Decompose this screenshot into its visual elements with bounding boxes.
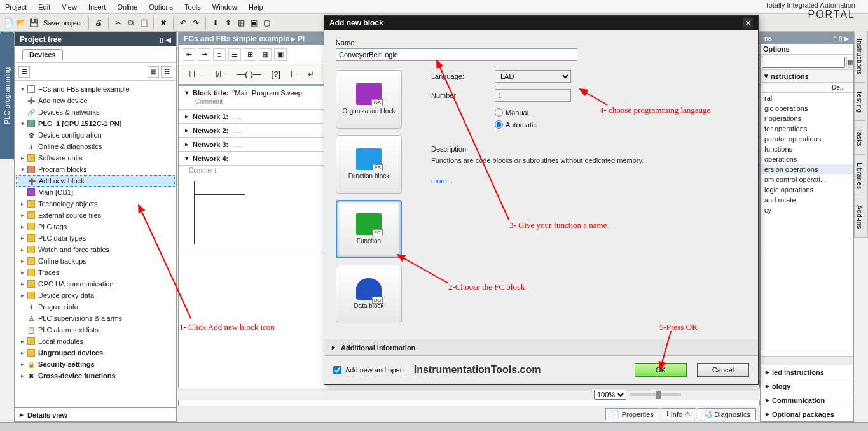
block-name-input[interactable] bbox=[336, 48, 577, 61]
instr-item[interactable]: r operations bbox=[761, 113, 853, 124]
tree-plc[interactable]: ▾PLC_1 [CPU 1512C-1 PN] bbox=[16, 118, 175, 129]
additional-info-section[interactable]: ▸Additional information bbox=[324, 339, 758, 356]
technology-section[interactable]: ▸ology bbox=[761, 379, 853, 393]
menu-edit[interactable]: Edit bbox=[38, 3, 50, 11]
tab-tasks[interactable]: Tasks bbox=[855, 121, 865, 155]
tree-alarm-lists[interactable]: 📋PLC alarm text lists bbox=[16, 324, 175, 336]
language-select[interactable]: LAD bbox=[495, 70, 571, 83]
tree-program-blocks[interactable]: ▾Program blocks bbox=[16, 164, 175, 175]
branch-close-icon[interactable]: ↵ bbox=[308, 69, 315, 79]
menu-online[interactable]: Online bbox=[117, 3, 137, 11]
diagnostics-tab[interactable]: 🩺Diagnostics bbox=[698, 408, 756, 420]
basic-instructions-section[interactable]: ▾nstructions bbox=[761, 70, 853, 83]
ed-tool-1[interactable]: ⇤ bbox=[183, 48, 195, 61]
rp-ic1[interactable]: ▯ bbox=[833, 35, 837, 42]
block-chev-icon[interactable]: ▾ bbox=[185, 88, 189, 97]
tree-root[interactable]: ▾FCs and FBs simple example bbox=[16, 83, 175, 95]
tree-security[interactable]: ▸🔒Security settings bbox=[16, 358, 175, 370]
tree-external-source[interactable]: ▸External source files bbox=[16, 209, 175, 221]
tree-devices-networks[interactable]: 🔗Devices & networks bbox=[16, 106, 175, 118]
tab-addins[interactable]: Add-ins bbox=[855, 197, 865, 237]
info-tab[interactable]: ℹInfo⚠ bbox=[661, 408, 696, 420]
ed-tool-6[interactable]: ▦ bbox=[259, 48, 272, 61]
coil-icon[interactable]: —( )— bbox=[237, 69, 261, 79]
rp-ic2[interactable]: ▯ bbox=[839, 35, 843, 42]
menu-view[interactable]: View bbox=[62, 3, 77, 11]
properties-tab[interactable]: 📄Properties bbox=[605, 408, 659, 420]
rp-ic3[interactable]: ▶ bbox=[844, 35, 850, 42]
tree-supervisions[interactable]: ⚠PLC supervisions & alarms bbox=[16, 313, 175, 324]
ok-button[interactable]: OK bbox=[635, 363, 687, 377]
download-icon[interactable]: ⬇ bbox=[210, 17, 221, 29]
delete-icon[interactable]: ✖ bbox=[158, 17, 169, 29]
redo-icon[interactable]: ↷ bbox=[190, 17, 202, 29]
tree-add-new-block[interactable]: ➕Add new block bbox=[16, 175, 175, 187]
tab-instructions[interactable]: Instructions bbox=[855, 31, 865, 83]
menu-window[interactable]: Window bbox=[212, 3, 237, 11]
ed-tool-5[interactable]: ⊞ bbox=[244, 48, 256, 61]
ed-tool-4[interactable]: ☰ bbox=[228, 48, 241, 61]
instr-item[interactable]: operations bbox=[761, 154, 853, 164]
upload-icon[interactable]: ⬆ bbox=[223, 17, 234, 29]
close-icon[interactable]: ✕ bbox=[743, 18, 753, 28]
tree-plc-tags[interactable]: ▸PLC tags bbox=[16, 221, 175, 232]
ed-tool-3[interactable]: ≡ bbox=[213, 48, 226, 61]
instr-item[interactable]: ral bbox=[761, 93, 853, 103]
undo-icon[interactable]: ↶ bbox=[177, 17, 189, 29]
tree-view2-icon[interactable]: ☷ bbox=[161, 66, 172, 78]
automatic-radio[interactable] bbox=[495, 120, 503, 129]
box-icon[interactable]: [?] bbox=[272, 69, 280, 79]
tree-tech-objects[interactable]: ▸Technology objects bbox=[16, 198, 175, 209]
print-icon[interactable]: 🖨 bbox=[93, 17, 104, 29]
zoom-slider[interactable] bbox=[630, 393, 681, 396]
pin-icon[interactable]: ▯ bbox=[160, 36, 163, 43]
instr-item[interactable]: and rotate bbox=[761, 195, 853, 205]
tree-ungrouped[interactable]: ▸Ungrouped devices bbox=[16, 347, 175, 358]
tab-testing[interactable]: Testing bbox=[855, 83, 865, 121]
open-project-icon[interactable]: 📂 bbox=[15, 17, 27, 29]
menu-project[interactable]: Project bbox=[5, 3, 27, 11]
devices-tab[interactable]: Devices bbox=[22, 49, 63, 60]
details-view-header[interactable]: ▸Details view bbox=[15, 407, 176, 421]
instr-item[interactable]: parator operations bbox=[761, 134, 853, 144]
tree-online-backups[interactable]: ▸Online backups bbox=[16, 255, 175, 267]
instr-item[interactable]: functions bbox=[761, 144, 853, 154]
rp-hscroll[interactable] bbox=[761, 356, 853, 365]
tree-filter-icon[interactable]: ☰ bbox=[18, 66, 30, 78]
tree-local-modules[interactable]: ▸Local modules bbox=[16, 336, 175, 347]
block-type-db[interactable]: Data block bbox=[336, 265, 402, 323]
communication-section[interactable]: ▸Communication bbox=[761, 393, 853, 407]
paste-icon[interactable]: 📋 bbox=[138, 17, 149, 29]
manual-radio[interactable] bbox=[495, 108, 503, 117]
tree-traces[interactable]: ▸Traces bbox=[16, 267, 175, 278]
contact-no-icon[interactable]: ⊣ ⊢ bbox=[184, 69, 200, 79]
block-type-ob[interactable]: Organization block bbox=[336, 70, 402, 129]
tree-add-device[interactable]: ➕Add new device bbox=[16, 95, 175, 106]
tree-opcua[interactable]: ▸OPC UA communication bbox=[16, 278, 175, 290]
tree-program-info[interactable]: ℹProgram info bbox=[16, 301, 175, 313]
tree-watch-tables[interactable]: ▸Watch and force tables bbox=[16, 244, 175, 255]
compile-icon[interactable]: ▦ bbox=[235, 17, 247, 29]
cut-icon[interactable]: ✂ bbox=[113, 17, 124, 29]
block-type-fc[interactable]: Function bbox=[336, 200, 402, 258]
instr-item[interactable]: ersion operations bbox=[761, 164, 853, 174]
tree-device-config[interactable]: ⚙Device configuration bbox=[16, 129, 175, 141]
contact-nc-icon[interactable]: ⊣/⊢ bbox=[210, 69, 227, 79]
collapse-icon[interactable]: ◀ bbox=[166, 36, 171, 43]
tree-view1-icon[interactable]: ▦ bbox=[148, 66, 159, 78]
menu-help[interactable]: Help bbox=[249, 3, 263, 11]
tree-plc-data-types[interactable]: ▸PLC data types bbox=[16, 232, 175, 244]
optional-packages-section[interactable]: ▸Optional packages bbox=[761, 407, 853, 421]
branch-icon[interactable]: ⊢ bbox=[291, 69, 298, 79]
left-tab-plc-programming[interactable]: PLC programming bbox=[0, 32, 14, 159]
instructions-search[interactable] bbox=[762, 57, 845, 68]
ed-tool-2[interactable]: ⇥ bbox=[198, 48, 210, 61]
ed-tool-7[interactable]: ▣ bbox=[274, 48, 287, 61]
extended-instructions[interactable]: ▸led instructions bbox=[761, 365, 853, 379]
go-offline-icon[interactable]: ▢ bbox=[261, 17, 272, 29]
tree-online-diag[interactable]: ℹOnline & diagnostics bbox=[16, 141, 175, 152]
menu-tools[interactable]: Tools bbox=[184, 3, 201, 11]
tree-device-proxy[interactable]: ▸Device proxy data bbox=[16, 290, 175, 301]
instr-item[interactable]: ter operations bbox=[761, 124, 853, 134]
tree-software-units[interactable]: ▸Software units bbox=[16, 152, 175, 164]
